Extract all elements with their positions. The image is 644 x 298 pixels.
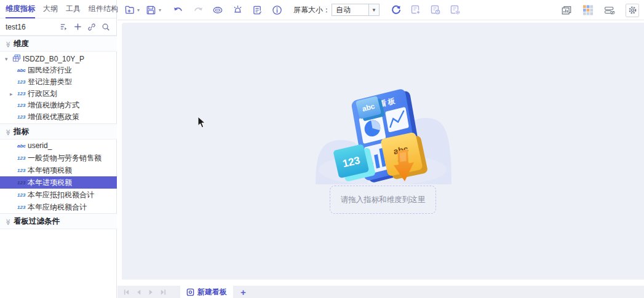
tree-row-label: ISDZD_B0_10Y_P: [23, 55, 84, 63]
number-field-icon: 123: [17, 79, 28, 85]
bottom-tab-bar: 新建看板 +: [117, 286, 644, 298]
save-dropdown-icon[interactable]: ▾: [159, 7, 161, 13]
sidebar-tabs: 维度指标 大纲 工具 组件结构: [0, 0, 116, 18]
tree-row[interactable]: abc 国民经济行业: [0, 65, 117, 76]
section-title: 看板过滤条件: [14, 216, 60, 227]
collapse-chevron-icon: ≫: [5, 127, 12, 136]
tree-row-label: 本年进项税额: [28, 178, 72, 188]
tree-row-selected[interactable]: 123 本年进项税额: [0, 176, 117, 189]
number-field-icon: 123: [17, 180, 28, 186]
tree-row-dataset[interactable]: ▾ ISDZD_B0_10Y_P: [0, 53, 117, 65]
dimension-tree: ▾ ISDZD_B0_10Y_P abc 国民经济行业 123 登记注册类型 ▸…: [0, 53, 117, 122]
tab-navigation: [117, 288, 174, 296]
tree-row[interactable]: 123 一般货物与劳务销售额: [0, 152, 117, 164]
board-tab-label: 新建看板: [197, 287, 227, 297]
linkage-icon[interactable]: [212, 4, 223, 15]
board-icon: [186, 288, 194, 296]
tab-dimension-metric[interactable]: 维度指标: [6, 0, 35, 18]
dataset-row: test16: [0, 18, 116, 36]
component-grid-icon[interactable]: [582, 5, 594, 16]
refresh-icon[interactable]: [391, 4, 402, 15]
tree-row[interactable]: 123 登记注册类型: [0, 76, 117, 88]
tree-row[interactable]: 123 本年应抵扣税额合计: [0, 189, 117, 201]
tab-component-structure[interactable]: 组件结构: [89, 0, 118, 18]
select-arrow-icon[interactable]: ▼: [368, 4, 379, 15]
link-icon[interactable]: [87, 22, 97, 32]
drop-hint-text: 请拖入指标和维度到这里: [341, 195, 426, 205]
top-toolbar: ▾ ▾ 屏幕大小： 自动 ▼: [117, 0, 644, 20]
board-history-icon[interactable]: [430, 4, 441, 15]
board-add-icon[interactable]: [410, 4, 421, 15]
tree-row-label: 行政区划: [28, 88, 57, 99]
first-tab-icon[interactable]: [122, 288, 130, 296]
section-dimensions[interactable]: ≫ 维度: [0, 36, 117, 52]
left-panel: 维度指标 大纲 工具 组件结构 test16 ≫ 维度 ▾ ISDZD_B0_1…: [0, 0, 117, 298]
tree-row-label: 增值税优惠政策: [28, 112, 79, 122]
prev-tab-icon[interactable]: [135, 288, 142, 296]
alert-icon[interactable]: [232, 4, 243, 15]
tree-row[interactable]: 123 增值税缴纳方式: [0, 100, 117, 111]
next-tab-icon[interactable]: [147, 288, 154, 296]
text-field-icon: abc: [17, 68, 28, 73]
tree-row-label: 本年应抵扣税额合计: [28, 190, 94, 200]
tree-row[interactable]: abc userid_: [0, 139, 117, 152]
add-component-dropdown-icon[interactable]: ▾: [137, 7, 140, 13]
tree-row[interactable]: 123 本年销项税额: [0, 164, 117, 176]
number-field-icon: 123: [17, 103, 28, 108]
section-title: 维度: [14, 39, 29, 49]
tree-row[interactable]: 123 增值税优惠政策: [0, 111, 117, 122]
settings-button[interactable]: [626, 4, 639, 17]
notes-icon[interactable]: [252, 4, 263, 15]
tree-row-label: 本年销项税额: [28, 165, 72, 176]
chart-preview-icon[interactable]: [561, 5, 572, 16]
number-field-icon: 123: [17, 155, 28, 161]
tree-caret-icon[interactable]: ▾: [5, 56, 12, 62]
tree-row-label: 一般货物与劳务销售额: [28, 153, 101, 163]
collapse-chevron-icon: ≫: [5, 217, 12, 225]
number-field-icon: 123: [17, 205, 28, 210]
tree-row-label: 本年应纳税额合计: [28, 202, 87, 213]
tab-outline[interactable]: 大纲: [43, 0, 58, 18]
section-metrics[interactable]: ≫ 指标: [0, 124, 117, 139]
screen-size-value: 自动: [332, 5, 368, 15]
empty-state-illustration: 敏捷看板 abc 123: [314, 84, 453, 184]
tree-row-label: 增值税缴纳方式: [28, 100, 79, 111]
main-area: 敏捷看板 abc 123: [117, 20, 644, 286]
tree-caret-icon[interactable]: ▸: [10, 91, 17, 97]
search-icon[interactable]: [101, 22, 111, 32]
table-icon: [12, 54, 23, 64]
number-field-icon: 123: [17, 91, 28, 96]
add-component-icon[interactable]: [124, 4, 135, 15]
add-field-icon[interactable]: [73, 22, 82, 32]
add-board-tab-button[interactable]: +: [241, 287, 246, 297]
tree-row[interactable]: ▸ 123 行政区划: [0, 88, 117, 100]
tree-row-label: 登记注册类型: [28, 77, 72, 87]
last-tab-icon[interactable]: [159, 288, 167, 296]
tab-tools[interactable]: 工具: [66, 0, 81, 18]
number-field-icon: 123: [17, 168, 28, 173]
save-icon[interactable]: [145, 4, 156, 15]
section-title: 指标: [14, 127, 29, 137]
text-field-icon: abc: [17, 143, 28, 149]
metric-tree: abc userid_ 123 一般货物与劳务销售额 123 本年销项税额 12…: [0, 139, 117, 213]
info-icon[interactable]: [271, 4, 282, 15]
undo-icon[interactable]: [173, 4, 184, 15]
number-field-icon: 123: [17, 114, 28, 120]
redo-icon[interactable]: [193, 4, 204, 15]
board-settings-icon[interactable]: [450, 4, 461, 15]
screen-size-select[interactable]: 自动 ▼: [332, 4, 380, 16]
section-board-filters[interactable]: ≫ 看板过滤条件: [0, 213, 117, 229]
collapse-chevron-icon: ≫: [5, 39, 12, 48]
board-tab-active[interactable]: 新建看板: [180, 286, 233, 298]
dataset-name: test16: [6, 23, 54, 31]
hidden-components-icon[interactable]: [604, 5, 615, 16]
toolbar-right-group: [561, 0, 639, 20]
tree-row[interactable]: 123 本年应纳税额合计: [0, 201, 117, 213]
tree-row-label: userid_: [28, 141, 52, 150]
screen-size-label: 屏幕大小：: [293, 5, 330, 15]
dashboard-canvas[interactable]: 敏捷看板 abc 123: [122, 23, 644, 280]
number-field-icon: 123: [17, 192, 28, 198]
field-tree-icon[interactable]: [58, 22, 68, 32]
drop-target[interactable]: 请拖入指标和维度到这里: [330, 186, 436, 214]
tree-row-label: 国民经济行业: [28, 65, 72, 76]
